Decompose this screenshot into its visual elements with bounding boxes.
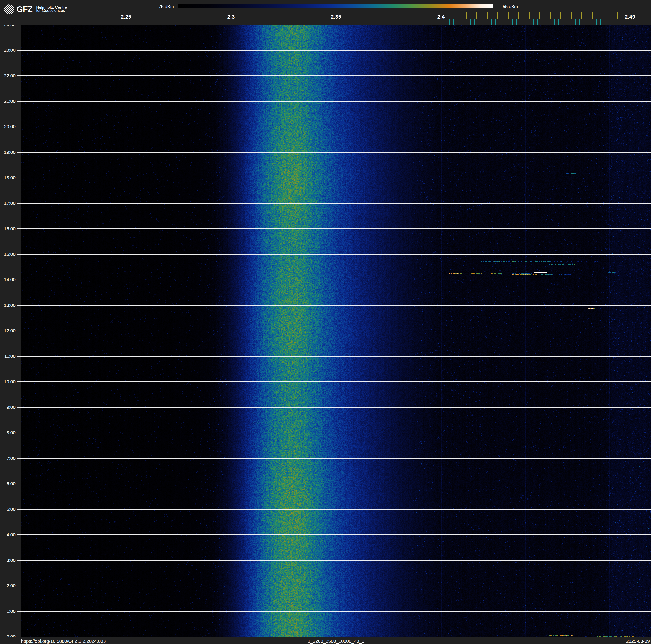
time-tick-label: 16:00 — [1, 227, 16, 231]
hour-gridline — [17, 101, 651, 102]
hour-gridline — [17, 76, 651, 76]
ble-channel-tick — [563, 19, 563, 25]
ble-channel-tick — [567, 19, 567, 25]
hour-gridline — [17, 229, 651, 229]
time-tick-label: 13:00 — [1, 303, 16, 308]
date-text: 2025-03-09 — [587, 639, 650, 644]
ble-channel-tick — [512, 19, 513, 25]
wifi-channel-tick — [487, 12, 488, 19]
hour-gridline — [17, 560, 651, 561]
hour-gridline — [17, 381, 651, 382]
ble-channel-tick — [600, 19, 601, 25]
time-tick-label: 2:00 — [1, 583, 16, 588]
ble-channel-tick — [517, 19, 517, 25]
ble-channel-tick — [604, 19, 605, 25]
wifi-channel-tick — [497, 12, 498, 19]
footer: https://doi.org/10.5880/GFZ.1.2.2024.003… — [0, 637, 651, 644]
wifi-channel-tick — [476, 12, 477, 19]
time-tick-label: 11:00 — [1, 354, 16, 358]
ble-channel-tick — [495, 19, 496, 25]
wifi-channel-tick — [466, 12, 467, 19]
ble-channel-tick — [458, 19, 458, 25]
freq-major-tick — [42, 19, 42, 25]
freq-major-tick — [294, 19, 294, 25]
ble-channel-tick — [466, 19, 466, 25]
time-tick-label: 5:00 — [1, 507, 16, 511]
gfz-logo-icon — [4, 4, 14, 14]
time-tick-label: 17:00 — [1, 201, 16, 206]
ble-channel-tick — [487, 19, 488, 25]
time-tick-label: 20:00 — [1, 124, 16, 129]
doi-text: https://doi.org/10.5880/GFZ.1.2.2024.003 — [21, 639, 106, 644]
freq-major-tick — [420, 19, 420, 25]
ble-channel-tick — [584, 19, 584, 25]
wifi-channel-tick — [617, 12, 618, 19]
hour-gridline — [17, 280, 651, 280]
freq-major-tick — [315, 19, 315, 25]
ble-channel-tick — [462, 19, 462, 25]
freq-tick-label: 2.3 — [222, 14, 241, 20]
wifi-channel-tick — [550, 12, 551, 19]
hour-gridline — [17, 178, 651, 178]
time-tick-label: 1:00 — [1, 609, 16, 614]
ble-channel-tick — [579, 19, 580, 25]
time-tick-label: 21:00 — [1, 99, 16, 104]
wifi-channel-tick — [560, 12, 561, 19]
header: GFZ Helmholtz Centre for Geosciences -75… — [0, 0, 651, 25]
ble-channel-tick — [541, 19, 542, 25]
ble-channel-tick — [550, 19, 550, 25]
freq-major-tick — [21, 19, 21, 25]
hour-gridline — [17, 152, 651, 153]
time-tick-label: 12:00 — [1, 328, 16, 333]
hour-gridline — [17, 484, 651, 484]
time-tick-label: 22:00 — [1, 74, 16, 78]
ble-channel-tick — [483, 19, 483, 25]
freq-major-tick — [357, 19, 357, 25]
ble-channel-tick — [521, 19, 521, 25]
time-tick-label: 19:00 — [1, 150, 16, 155]
dataset-id-text: 1_2200_2500_10000_40_0 — [273, 639, 399, 644]
ble-channel-tick — [533, 19, 534, 25]
freq-tick-label: 2.25 — [117, 14, 135, 20]
hour-gridline — [17, 458, 651, 459]
freq-major-tick — [273, 19, 273, 25]
hour-gridline — [17, 509, 651, 510]
hour-gridline — [17, 611, 651, 612]
wifi-channel-tick — [539, 12, 540, 19]
ble-channel-tick — [558, 19, 559, 25]
wifi-channel-tick — [508, 12, 508, 19]
ble-channel-tick — [504, 19, 504, 25]
time-tick-label: 10:00 — [1, 380, 16, 384]
hour-gridline — [17, 203, 651, 204]
colorbar-min-label: -75 dBm — [132, 4, 174, 9]
freq-major-tick — [399, 19, 399, 25]
hour-gridline — [17, 305, 651, 305]
time-tick-label: 15:00 — [1, 252, 16, 257]
wifi-channel-tick — [571, 12, 571, 19]
gfz-logo-subtitle-line2: for Geosciences — [36, 9, 67, 12]
freq-major-tick — [105, 19, 105, 25]
colorbar-gradient — [179, 4, 494, 8]
gfz-logo-acronym: GFZ — [17, 5, 32, 13]
time-tick-label: 9:00 — [1, 405, 16, 410]
freq-major-tick — [189, 19, 189, 25]
wifi-channel-tick — [529, 12, 530, 19]
ble-channel-tick — [478, 19, 479, 25]
ble-channel-tick — [474, 19, 475, 25]
ble-channel-tick — [525, 19, 525, 25]
freq-major-tick — [168, 19, 168, 25]
ble-channel-tick — [508, 19, 508, 25]
time-tick-label: 6:00 — [1, 481, 16, 486]
freq-major-tick — [63, 19, 63, 25]
hour-gridline — [17, 356, 651, 357]
wifi-channel-tick — [592, 12, 593, 19]
colorbar-max-label: -55 dBm — [501, 4, 548, 9]
ble-channel-tick — [596, 19, 597, 25]
time-tick-label: 4:00 — [1, 533, 16, 537]
gfz-logo-subtitle: Helmholtz Centre for Geosciences — [36, 6, 67, 12]
ble-channel-tick — [470, 19, 471, 25]
hour-gridline — [17, 433, 651, 433]
freq-major-tick — [252, 19, 252, 25]
ble-channel-tick — [546, 19, 546, 25]
freq-major-tick — [147, 19, 147, 25]
